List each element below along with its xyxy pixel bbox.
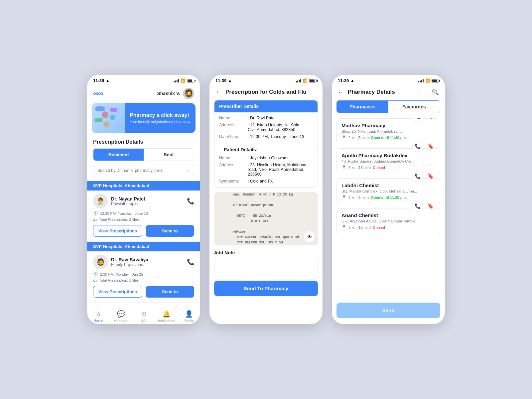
signal-icon-3: [418, 79, 424, 82]
battery-icon-2: [309, 79, 317, 82]
send-to-btn-2[interactable]: Send to: [146, 286, 194, 298]
promo-banner[interactable]: Pharmacy a click away! Your friendly nei…: [92, 103, 196, 133]
note-input[interactable]: [214, 258, 318, 275]
datetime-label: Date/Time: [219, 134, 246, 139]
nav-profile-label: Profile: [184, 319, 194, 323]
prescription-card-1: 👨‍⚕️ Dr. Nayan Patel Physiotherapist 📞 🕐…: [87, 191, 200, 242]
doctor-avatar-1: 👨‍⚕️: [93, 194, 108, 208]
rx-content: Age, Gender: 4 yr / F 13.25 kgClinical D…: [230, 192, 302, 245]
pharmacy-card-3: 📞 🔖 Anand Chemist G-7, Aryaman Aavas, Op…: [336, 208, 440, 234]
pharmacy-meta-1: 📍 5 km (15 min) Closed: [341, 165, 435, 170]
home-icon: ⌂: [96, 310, 100, 318]
location-arrow-3: ▲: [350, 78, 354, 83]
action-row-1: View Prescriptions Send to: [93, 225, 194, 237]
doctor-specialty-1: Physiotherapist: [111, 201, 145, 206]
pharmacy-status-2: Open until 11:30 pm: [371, 196, 406, 200]
tab-received[interactable]: Recieved: [93, 149, 144, 161]
patient-symptoms-row: Symptoms : Cold and Flu: [219, 179, 313, 184]
location-icon-3: 📍: [341, 225, 346, 230]
call-pharmacy-2-btn[interactable]: 📞: [412, 171, 423, 182]
location-icon-0: 📍: [341, 135, 346, 140]
nav-profile[interactable]: 👤 Profile: [178, 310, 200, 323]
bookmark-pharmacy-3-btn[interactable]: 🔖: [426, 201, 435, 211]
tab-sent[interactable]: Sent: [144, 149, 194, 161]
send-pharmacy-btn[interactable]: Send To Pharmacy: [214, 281, 318, 296]
banner-title: Pharmacy a click away!: [130, 112, 190, 118]
location-icon-2: 📍: [341, 195, 346, 200]
datetime-value: : 12:30 PM, Tuesday - June 13: [248, 134, 313, 139]
view-image-btn[interactable]: 👁: [304, 231, 315, 242]
filter-icon[interactable]: ⊿: [186, 168, 190, 173]
prescription-tabs: Recieved Sent: [93, 148, 194, 161]
files-icon-1: 🗂: [93, 217, 97, 222]
send-to-btn-1[interactable]: Send to: [146, 225, 194, 237]
prescriber-header: Prescriber Details: [214, 100, 318, 112]
signal-icon-1: [174, 79, 179, 82]
doctor-row-2: 🧔 Dr. Ravi Savaliya Family Physicians 📞: [93, 255, 194, 269]
user-info[interactable]: Shashik V. 🧔: [157, 88, 194, 99]
bookmark-pharmacy-2-btn[interactable]: 🔖: [426, 172, 435, 181]
meta-files-1: 🗂 Total Prescription: 2 files: [93, 217, 194, 222]
back-button-2[interactable]: ←: [215, 88, 221, 95]
call-pharmacy-1-btn[interactable]: 📞: [412, 141, 423, 152]
status-bar-1: 11:39 ▲ 📶: [87, 75, 200, 85]
pharmacy-status-1: Closed: [373, 166, 385, 170]
location-icon-1: 📍: [341, 165, 346, 170]
location-arrow-1: ▲: [105, 78, 110, 83]
call-pharmacy-0-btn[interactable]: 📞: [412, 118, 423, 122]
pharmacy-addr-3: G-7, Aryaman Aavas, Opp: Saibaba Temple.…: [341, 219, 435, 223]
profile-icon: 👤: [185, 310, 193, 318]
nav-qr[interactable]: ⊞ QR: [132, 310, 155, 323]
screen3-phone: 11:39 ▲ 📶 ← Pharmacy Details: [332, 75, 445, 324]
pharmacy-distance-0: 2 km (5 min): [348, 136, 369, 140]
address-label: Address: [219, 123, 246, 132]
tab-pharmacies[interactable]: Pharmacies: [337, 101, 388, 113]
prescription-title: Prescription for Colds and Flu: [225, 89, 307, 95]
group-header-2: SVP Hospitals, Ahmedabad: [87, 242, 200, 251]
pharmacy-addr-1: 40, Rudra Square, Judges Bungalow Cro...: [341, 159, 435, 163]
action-row-2: View Prescriptions Send to: [93, 286, 194, 298]
address-value: : 12, Iskon Heights, Nr. Sola Civil,Ahme…: [248, 123, 313, 132]
pharmacy-name-0: Madhav Pharmacy: [341, 123, 435, 128]
bell-icon: 🔔: [162, 310, 171, 318]
search-pharmacy-icon[interactable]: 🔍: [432, 88, 439, 96]
username: Shashik V.: [157, 91, 180, 96]
nav-home[interactable]: ⌂ Home: [87, 310, 110, 323]
call-doctor-2-icon[interactable]: 📞: [187, 258, 194, 266]
pharmacy-status-3: Closed: [373, 225, 385, 229]
time-2: 11:39: [215, 78, 226, 83]
pharmacy-actions-2: 📞 🔖: [412, 171, 435, 182]
clock-icon-2: 🕐: [93, 272, 98, 277]
search-bar[interactable]: ⊿: [93, 165, 194, 176]
wifi-icon-2: 📶: [303, 78, 308, 83]
prescriber-datetime-row: Date/Time : 12:30 PM, Tuesday - June 13: [219, 134, 313, 139]
nav-message-label: Message: [114, 319, 129, 323]
bookmark-pharmacy-0-btn[interactable]: 🔖: [426, 118, 435, 121]
name-value: : Dr. Ravi Patel: [248, 116, 313, 120]
battery-icon-1: [187, 79, 194, 82]
wifi-icon-3: 📶: [425, 78, 430, 83]
pharmacy-meta-3: 📍 5 km (15 min) Closed: [341, 225, 435, 230]
nav-message[interactable]: 💬 Message: [110, 310, 132, 323]
banner-subtitle: Your friendly neighborhood pharmacy: [130, 120, 190, 124]
send-btn[interactable]: Send: [336, 303, 440, 318]
search-input[interactable]: [97, 168, 183, 173]
back-button-3[interactable]: ←: [338, 89, 344, 96]
home-header: ∞∞ Shashik V. 🧔: [87, 85, 200, 103]
prescriber-box: Prescriber Details Name : Dr. Ravi Patel…: [214, 100, 318, 188]
time-1: 11:39: [93, 78, 104, 83]
call-doctor-1-icon[interactable]: 📞: [187, 198, 194, 205]
message-icon: 💬: [117, 310, 125, 318]
time-3: 11:39: [338, 78, 349, 83]
bookmark-pharmacy-1-btn[interactable]: 🔖: [426, 142, 435, 151]
nav-notification[interactable]: 🔔 Notification: [155, 310, 178, 323]
view-prescriptions-btn-2[interactable]: View Prescriptions: [93, 286, 142, 298]
bottom-nav: ⌂ Home 💬 Message ⊞ QR 🔔 Notification 👤 P…: [87, 307, 200, 324]
pharmacy-name-3: Anand Chemist: [341, 212, 435, 218]
pharmacy-addr-2: B/2, Mantra Complex, Opp. Mehsana Urba..…: [341, 189, 435, 193]
tab-favourites[interactable]: Favourites: [388, 101, 440, 113]
screen2-phone: 11:39 ▲ 📶 ← Prescription for Colds and F…: [209, 75, 323, 324]
status-bar-2: 11:39 ▲ 📶: [209, 75, 323, 85]
call-pharmacy-3-btn[interactable]: 📞: [412, 200, 423, 212]
view-prescriptions-btn-1[interactable]: View Prescriptions: [93, 225, 142, 237]
